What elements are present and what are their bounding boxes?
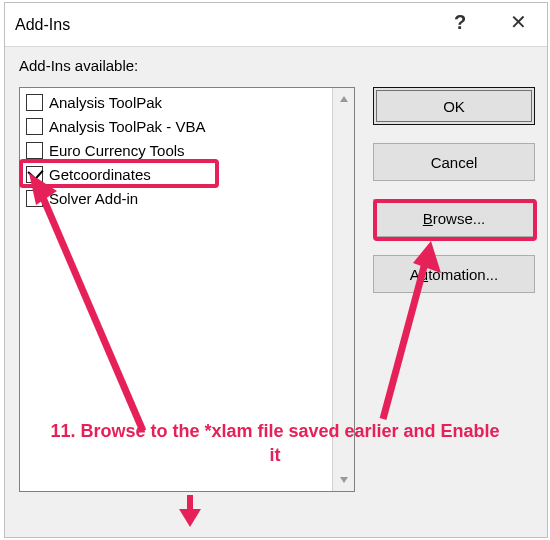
scroll-down-icon[interactable] (333, 469, 354, 491)
dialog-title: Add-Ins (5, 16, 70, 34)
item-label: Euro Currency Tools (49, 142, 185, 159)
checkbox[interactable] (26, 190, 43, 207)
list-items: Analysis ToolPak Analysis ToolPak - VBA … (20, 88, 332, 491)
scroll-up-icon[interactable] (333, 88, 354, 110)
item-label: Analysis ToolPak (49, 94, 162, 111)
browse-button[interactable]: Browse... (373, 199, 535, 237)
list-item[interactable]: Analysis ToolPak (23, 90, 329, 114)
dialog-content: Analysis ToolPak Analysis ToolPak - VBA … (19, 87, 533, 531)
checkbox[interactable] (26, 94, 43, 111)
help-icon: ? (454, 11, 466, 34)
checkbox[interactable] (26, 118, 43, 135)
checkbox[interactable] (26, 166, 43, 183)
ok-button[interactable]: OK (373, 87, 535, 125)
automation-button[interactable]: Automation... (373, 255, 535, 293)
checkbox[interactable] (26, 142, 43, 159)
button-column: OK Cancel Browse... Automation... (373, 87, 535, 311)
list-item[interactable]: Analysis ToolPak - VBA (23, 114, 329, 138)
item-label: Solver Add-in (49, 190, 138, 207)
addins-dialog: Add-Ins ? ✕ Add-Ins available: Analysis … (4, 2, 548, 538)
item-label: Analysis ToolPak - VBA (49, 118, 205, 135)
titlebar: Add-Ins ? ✕ (5, 3, 547, 47)
vertical-scrollbar[interactable] (332, 88, 354, 491)
help-button[interactable]: ? (433, 3, 487, 41)
addins-listbox[interactable]: Analysis ToolPak Analysis ToolPak - VBA … (19, 87, 355, 492)
list-item[interactable]: Getcoordinates (23, 162, 329, 186)
list-item[interactable]: Euro Currency Tools (23, 138, 329, 162)
item-label: Getcoordinates (49, 166, 151, 183)
close-button[interactable]: ✕ (491, 3, 545, 41)
close-icon: ✕ (510, 10, 527, 34)
addin-description-area (19, 499, 355, 527)
cancel-button[interactable]: Cancel (373, 143, 535, 181)
list-item[interactable]: Solver Add-in (23, 186, 329, 210)
list-label: Add-Ins available: (5, 47, 547, 80)
